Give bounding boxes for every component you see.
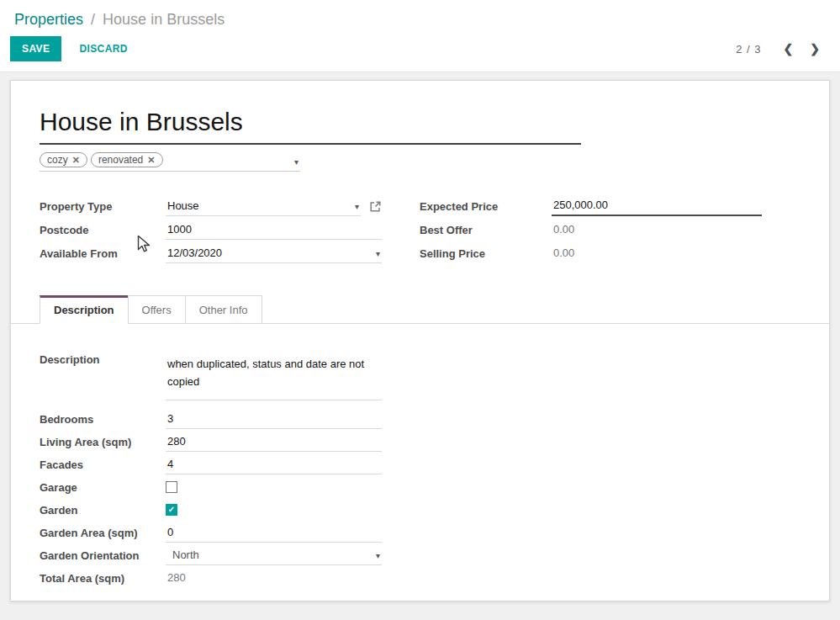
field-column-right: Expected Price 250,000.00 Best Offer 0.0… xyxy=(420,194,762,265)
save-button[interactable]: SAVE xyxy=(10,36,61,61)
tag-label: cozy xyxy=(47,154,68,166)
field-group: Property Type House ▾ Postcode 1000 xyxy=(40,194,800,265)
garden-orientation-select[interactable]: North ▾ xyxy=(166,545,382,565)
field-row-garden-area: Garden Area (sqm) 0 xyxy=(40,522,382,544)
tag-label: renovated xyxy=(98,154,143,166)
description-label: Description xyxy=(40,353,166,366)
total-area-value: 280 xyxy=(166,568,382,588)
external-link-icon[interactable] xyxy=(369,200,382,213)
field-row-expected-price: Expected Price 250,000.00 xyxy=(420,194,762,218)
toolbar: SAVE DISCARD 2 / 3 ❮ ❯ xyxy=(0,31,840,61)
bedrooms-input[interactable]: 3 xyxy=(166,409,382,429)
selling-price-label: Selling Price xyxy=(420,247,552,260)
garage-label: Garage xyxy=(40,481,166,494)
description-value[interactable]: when duplicated, status and date are not… xyxy=(167,358,364,388)
property-type-value[interactable]: House xyxy=(167,199,199,212)
pager: 2 / 3 ❮ ❯ xyxy=(736,43,820,56)
living-area-input[interactable]: 280 xyxy=(166,432,382,452)
best-offer-label: Best Offer xyxy=(420,224,552,236)
property-type-field[interactable]: House ▾ xyxy=(166,196,361,216)
field-row-postcode: Postcode 1000 xyxy=(40,218,382,241)
property-type-label: Property Type xyxy=(40,200,166,213)
garden-label: Garden xyxy=(40,504,166,517)
facades-label: Facades xyxy=(40,458,166,471)
field-row-description: Description when duplicated, status and … xyxy=(40,353,382,400)
garden-orientation-value[interactable]: North xyxy=(167,548,199,561)
postcode-value[interactable]: 1000 xyxy=(167,223,192,236)
expected-price-value[interactable]: 250,000.00 xyxy=(553,199,608,211)
dropdown-caret-icon[interactable]: ▾ xyxy=(294,158,298,167)
tag-remove-icon[interactable]: ✕ xyxy=(72,155,80,166)
form-sheet: House in Brussels cozy ✕ renovated ✕ ▾ P… xyxy=(10,80,830,601)
total-area-label: Total Area (sqm) xyxy=(40,572,166,585)
garden-area-input[interactable]: 0 xyxy=(166,522,382,543)
discard-button[interactable]: DISCARD xyxy=(68,36,138,61)
bedrooms-value[interactable]: 3 xyxy=(167,412,173,425)
expected-price-label: Expected Price xyxy=(420,200,552,213)
field-row-selling-price: Selling Price 0.00 xyxy=(420,241,762,265)
field-row-best-offer: Best Offer 0.00 xyxy=(420,218,762,241)
notebook-tabs: Description Offers Other Info xyxy=(11,295,829,324)
tab-offers[interactable]: Offers xyxy=(128,295,186,324)
breadcrumb: Properties / House in Brussels xyxy=(0,0,840,31)
garden-area-label: Garden Area (sqm) xyxy=(40,527,166,539)
facades-value[interactable]: 4 xyxy=(167,458,173,470)
selling-price-value: 0.00 xyxy=(552,243,762,263)
field-row-available-from: Available From 12/03/2020 ▾ xyxy=(40,241,382,265)
garden-area-value[interactable]: 0 xyxy=(167,526,173,538)
facades-input[interactable]: 4 xyxy=(166,454,382,474)
field-column-left: Property Type House ▾ Postcode 1000 xyxy=(40,194,382,265)
living-area-label: Living Area (sqm) xyxy=(40,436,166,448)
field-row-garage: Garage ✓ xyxy=(40,476,382,499)
breadcrumb-current-record: House in Brussels xyxy=(103,11,225,28)
field-row-living-area: Living Area (sqm) 280 xyxy=(40,431,382,453)
dropdown-caret-icon[interactable]: ▾ xyxy=(376,552,380,560)
garden-checkbox[interactable]: ✓ xyxy=(166,504,177,516)
dropdown-caret-icon[interactable]: ▾ xyxy=(376,250,380,258)
check-icon: ✓ xyxy=(168,506,175,514)
available-from-label: Available From xyxy=(40,247,166,260)
field-row-property-type: Property Type House ▾ xyxy=(40,194,382,218)
chevron-left-icon[interactable]: ❮ xyxy=(784,43,794,55)
tags-field[interactable]: cozy ✕ renovated ✕ ▾ xyxy=(40,152,300,172)
field-row-garden-orientation: Garden Orientation North ▾ xyxy=(40,544,382,567)
best-offer-value: 0.00 xyxy=(552,220,762,240)
postcode-input[interactable]: 1000 xyxy=(166,220,382,240)
available-from-value[interactable]: 12/03/2020 xyxy=(167,246,222,259)
breadcrumb-separator: / xyxy=(91,11,95,28)
best-offer-readonly: 0.00 xyxy=(553,223,574,236)
tag-renovated[interactable]: renovated ✕ xyxy=(91,152,163,167)
postcode-label: Postcode xyxy=(40,224,166,236)
field-row-facades: Facades 4 xyxy=(40,453,382,476)
tab-description[interactable]: Description xyxy=(40,295,129,324)
garage-checkbox[interactable]: ✓ xyxy=(166,481,177,493)
control-panel: Properties / House in Brussels SAVE DISC… xyxy=(0,0,840,72)
tag-cozy[interactable]: cozy ✕ xyxy=(40,152,87,167)
bedrooms-label: Bedrooms xyxy=(40,413,166,426)
description-input[interactable]: when duplicated, status and date are not… xyxy=(166,353,382,400)
title-field[interactable]: House in Brussels xyxy=(40,107,581,145)
description-tab-content: Description when duplicated, status and … xyxy=(40,324,800,590)
available-from-datepicker[interactable]: 12/03/2020 ▾ xyxy=(166,243,382,263)
selling-price-readonly: 0.00 xyxy=(553,246,574,259)
total-area-readonly: 280 xyxy=(167,571,186,584)
pager-value: 2 / 3 xyxy=(736,43,761,56)
field-row-garden: Garden ✓ xyxy=(40,499,382,522)
dropdown-caret-icon[interactable]: ▾ xyxy=(355,203,359,211)
tag-remove-icon[interactable]: ✕ xyxy=(147,155,155,166)
field-row-bedrooms: Bedrooms 3 xyxy=(40,408,382,431)
tab-other-info[interactable]: Other Info xyxy=(185,295,262,324)
field-row-total-area: Total Area (sqm) 280 xyxy=(40,567,382,590)
living-area-value[interactable]: 280 xyxy=(167,435,186,448)
chevron-right-icon[interactable]: ❯ xyxy=(810,43,820,55)
garden-orientation-label: Garden Orientation xyxy=(40,549,166,562)
description-fields: Description when duplicated, status and … xyxy=(40,353,382,590)
record-title[interactable]: House in Brussels xyxy=(40,107,581,137)
breadcrumb-properties-link[interactable]: Properties xyxy=(14,11,83,28)
expected-price-input[interactable]: 250,000.00 xyxy=(552,196,762,216)
form-view-background: House in Brussels cozy ✕ renovated ✕ ▾ P… xyxy=(0,72,840,620)
